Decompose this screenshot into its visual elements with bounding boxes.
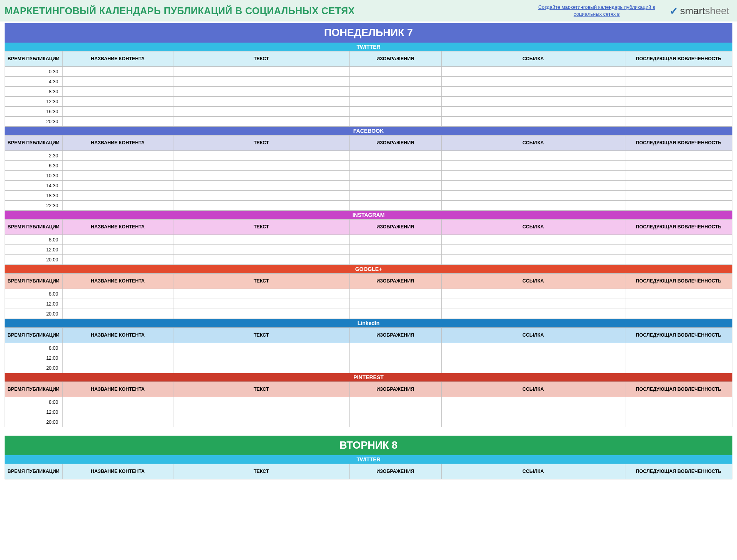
cell-engage[interactable] — [625, 309, 732, 319]
cell-image[interactable] — [350, 309, 441, 319]
cell-image[interactable] — [350, 67, 441, 77]
cell-image[interactable] — [350, 343, 441, 353]
cell-time[interactable]: 8:00 — [5, 343, 63, 353]
cell-link[interactable] — [441, 343, 625, 353]
cell-text[interactable] — [173, 161, 350, 171]
cell-engage[interactable] — [625, 235, 732, 245]
cell-engage[interactable] — [625, 289, 732, 299]
cell-text[interactable] — [173, 235, 350, 245]
cell-text[interactable] — [173, 343, 350, 353]
cell-link[interactable] — [441, 201, 625, 211]
cell-title[interactable] — [62, 397, 173, 407]
cell-time[interactable]: 0:30 — [5, 67, 63, 77]
cell-engage[interactable] — [625, 191, 732, 201]
cell-title[interactable] — [62, 97, 173, 107]
cell-engage[interactable] — [625, 245, 732, 255]
cell-link[interactable] — [441, 299, 625, 309]
cell-title[interactable] — [62, 363, 173, 373]
cell-link[interactable] — [441, 235, 625, 245]
cell-text[interactable] — [173, 299, 350, 309]
cell-time[interactable]: 22:30 — [5, 201, 63, 211]
cell-time[interactable]: 12:00 — [5, 407, 63, 417]
cell-title[interactable] — [62, 67, 173, 77]
cell-time[interactable]: 8:00 — [5, 397, 63, 407]
cell-time[interactable]: 2:30 — [5, 151, 63, 161]
cell-time[interactable]: 20:00 — [5, 309, 63, 319]
cell-time[interactable]: 20:00 — [5, 363, 63, 373]
cell-title[interactable] — [62, 151, 173, 161]
cell-title[interactable] — [62, 417, 173, 427]
cell-time[interactable]: 12:00 — [5, 353, 63, 363]
cell-image[interactable] — [350, 407, 441, 417]
cell-image[interactable] — [350, 353, 441, 363]
cell-link[interactable] — [441, 289, 625, 299]
cell-link[interactable] — [441, 87, 625, 97]
cell-text[interactable] — [173, 397, 350, 407]
cell-text[interactable] — [173, 181, 350, 191]
cell-text[interactable] — [173, 107, 350, 117]
cell-image[interactable] — [350, 97, 441, 107]
cell-time[interactable]: 12:00 — [5, 299, 63, 309]
cell-text[interactable] — [173, 191, 350, 201]
cell-text[interactable] — [173, 171, 350, 181]
cell-text[interactable] — [173, 151, 350, 161]
cell-engage[interactable] — [625, 299, 732, 309]
cell-title[interactable] — [62, 181, 173, 191]
cell-image[interactable] — [350, 107, 441, 117]
promo-link[interactable]: Создайте маркетинговый календарь публика… — [531, 4, 662, 17]
cell-title[interactable] — [62, 117, 173, 127]
cell-link[interactable] — [441, 151, 625, 161]
cell-time[interactable]: 12:00 — [5, 245, 63, 255]
cell-text[interactable] — [173, 363, 350, 373]
cell-title[interactable] — [62, 289, 173, 299]
cell-text[interactable] — [173, 77, 350, 87]
cell-title[interactable] — [62, 171, 173, 181]
cell-text[interactable] — [173, 309, 350, 319]
cell-text[interactable] — [173, 353, 350, 363]
cell-image[interactable] — [350, 299, 441, 309]
cell-engage[interactable] — [625, 363, 732, 373]
cell-link[interactable] — [441, 397, 625, 407]
cell-engage[interactable] — [625, 151, 732, 161]
cell-image[interactable] — [350, 289, 441, 299]
cell-image[interactable] — [350, 363, 441, 373]
cell-engage[interactable] — [625, 255, 732, 265]
cell-link[interactable] — [441, 67, 625, 77]
cell-link[interactable] — [441, 107, 625, 117]
cell-engage[interactable] — [625, 201, 732, 211]
cell-link[interactable] — [441, 407, 625, 417]
cell-link[interactable] — [441, 77, 625, 87]
cell-title[interactable] — [62, 343, 173, 353]
cell-engage[interactable] — [625, 343, 732, 353]
cell-text[interactable] — [173, 255, 350, 265]
cell-time[interactable]: 4:30 — [5, 77, 63, 87]
cell-title[interactable] — [62, 161, 173, 171]
cell-time[interactable]: 20:30 — [5, 117, 63, 127]
cell-link[interactable] — [441, 191, 625, 201]
cell-link[interactable] — [441, 161, 625, 171]
cell-title[interactable] — [62, 245, 173, 255]
cell-text[interactable] — [173, 201, 350, 211]
cell-title[interactable] — [62, 309, 173, 319]
cell-text[interactable] — [173, 87, 350, 97]
cell-image[interactable] — [350, 235, 441, 245]
cell-link[interactable] — [441, 255, 625, 265]
cell-time[interactable]: 16:30 — [5, 107, 63, 117]
cell-time[interactable]: 20:00 — [5, 255, 63, 265]
cell-time[interactable]: 14:30 — [5, 181, 63, 191]
cell-title[interactable] — [62, 201, 173, 211]
cell-engage[interactable] — [625, 117, 732, 127]
cell-link[interactable] — [441, 417, 625, 427]
cell-link[interactable] — [441, 117, 625, 127]
cell-title[interactable] — [62, 235, 173, 245]
cell-title[interactable] — [62, 407, 173, 417]
cell-text[interactable] — [173, 407, 350, 417]
cell-engage[interactable] — [625, 171, 732, 181]
cell-time[interactable]: 8:00 — [5, 289, 63, 299]
cell-title[interactable] — [62, 299, 173, 309]
cell-image[interactable] — [350, 181, 441, 191]
cell-time[interactable]: 8:00 — [5, 235, 63, 245]
cell-engage[interactable] — [625, 161, 732, 171]
cell-engage[interactable] — [625, 97, 732, 107]
cell-time[interactable]: 10:30 — [5, 171, 63, 181]
